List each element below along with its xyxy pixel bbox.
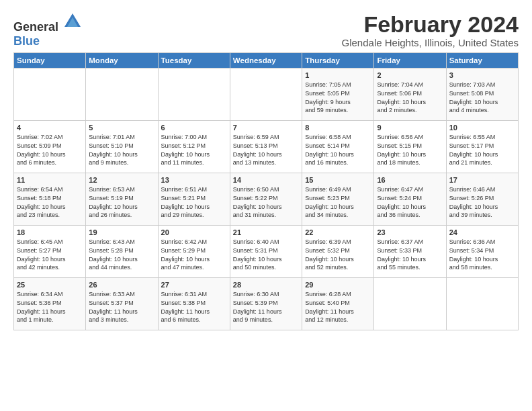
day-number: 14 — [233, 176, 299, 184]
day-number: 15 — [305, 176, 371, 184]
day-info: Sunrise: 6:40 AM Sunset: 5:31 PM Dayligh… — [233, 238, 299, 271]
day-info: Sunrise: 6:28 AM Sunset: 5:40 PM Dayligh… — [305, 290, 371, 324]
day-cell: 3Sunrise: 7:03 AM Sunset: 5:08 PM Daylig… — [446, 68, 518, 121]
day-number: 24 — [449, 228, 515, 236]
day-number: 27 — [161, 281, 227, 289]
day-cell: 17Sunrise: 6:46 AM Sunset: 5:26 PM Dayli… — [446, 173, 518, 226]
day-cell: 7Sunrise: 6:59 AM Sunset: 5:13 PM Daylig… — [230, 121, 302, 173]
day-number: 3 — [449, 71, 515, 79]
day-number: 19 — [89, 228, 154, 236]
day-info: Sunrise: 7:03 AM Sunset: 5:08 PM Dayligh… — [449, 81, 515, 114]
week-row-4: 25Sunrise: 6:34 AM Sunset: 5:36 PM Dayli… — [14, 278, 519, 330]
day-cell — [158, 68, 230, 121]
day-number: 10 — [449, 124, 515, 132]
day-cell: 8Sunrise: 6:58 AM Sunset: 5:14 PM Daylig… — [302, 121, 374, 173]
day-cell: 1Sunrise: 7:05 AM Sunset: 5:05 PM Daylig… — [302, 68, 374, 121]
day-info: Sunrise: 6:43 AM Sunset: 5:28 PM Dayligh… — [89, 238, 154, 271]
day-cell: 23Sunrise: 6:37 AM Sunset: 5:33 PM Dayli… — [374, 226, 446, 278]
day-cell: 12Sunrise: 6:53 AM Sunset: 5:19 PM Dayli… — [86, 173, 158, 226]
day-cell: 20Sunrise: 6:42 AM Sunset: 5:29 PM Dayli… — [158, 226, 230, 278]
day-info: Sunrise: 6:55 AM Sunset: 5:17 PM Dayligh… — [449, 133, 515, 167]
day-number: 20 — [161, 228, 227, 236]
logo-icon — [63, 12, 82, 31]
day-info: Sunrise: 6:50 AM Sunset: 5:22 PM Dayligh… — [233, 185, 299, 219]
day-cell: 29Sunrise: 6:28 AM Sunset: 5:40 PM Dayli… — [302, 278, 374, 330]
day-cell: 14Sunrise: 6:50 AM Sunset: 5:22 PM Dayli… — [230, 173, 302, 226]
col-monday: Monday — [86, 53, 158, 68]
day-info: Sunrise: 6:51 AM Sunset: 5:21 PM Dayligh… — [161, 185, 227, 219]
day-number: 18 — [17, 228, 83, 236]
month-title: February 2024 — [342, 12, 519, 37]
day-info: Sunrise: 7:05 AM Sunset: 5:05 PM Dayligh… — [305, 81, 371, 114]
day-info: Sunrise: 6:34 AM Sunset: 5:36 PM Dayligh… — [17, 290, 83, 324]
day-info: Sunrise: 6:53 AM Sunset: 5:19 PM Dayligh… — [89, 185, 154, 219]
col-wednesday: Wednesday — [230, 53, 302, 68]
day-info: Sunrise: 7:01 AM Sunset: 5:10 PM Dayligh… — [89, 133, 154, 167]
day-info: Sunrise: 6:54 AM Sunset: 5:18 PM Dayligh… — [17, 185, 83, 219]
day-number: 26 — [89, 281, 154, 289]
day-number: 9 — [377, 124, 443, 132]
calendar-table: Sunday Monday Tuesday Wednesday Thursday… — [13, 52, 519, 330]
day-info: Sunrise: 6:33 AM Sunset: 5:37 PM Dayligh… — [89, 290, 154, 324]
day-number: 12 — [89, 176, 154, 184]
day-info: Sunrise: 7:02 AM Sunset: 5:09 PM Dayligh… — [17, 133, 83, 167]
day-number: 11 — [17, 176, 83, 184]
day-cell: 11Sunrise: 6:54 AM Sunset: 5:18 PM Dayli… — [14, 173, 86, 226]
day-info: Sunrise: 6:39 AM Sunset: 5:32 PM Dayligh… — [305, 238, 371, 271]
day-number: 28 — [233, 281, 299, 289]
day-cell: 6Sunrise: 7:00 AM Sunset: 5:12 PM Daylig… — [158, 121, 230, 173]
day-info: Sunrise: 7:04 AM Sunset: 5:06 PM Dayligh… — [377, 81, 443, 114]
day-cell: 10Sunrise: 6:55 AM Sunset: 5:17 PM Dayli… — [446, 121, 518, 173]
day-info: Sunrise: 6:45 AM Sunset: 5:27 PM Dayligh… — [17, 238, 83, 271]
col-tuesday: Tuesday — [158, 53, 230, 68]
day-number: 29 — [305, 281, 371, 289]
day-number: 16 — [377, 176, 443, 184]
day-cell — [86, 68, 158, 121]
title-block: February 2024 Glendale Heights, Illinois… — [342, 12, 519, 48]
day-number: 21 — [233, 228, 299, 236]
day-number: 17 — [449, 176, 515, 184]
day-cell — [446, 278, 518, 330]
day-info: Sunrise: 6:47 AM Sunset: 5:24 PM Dayligh… — [377, 185, 443, 219]
day-number: 23 — [377, 228, 443, 236]
day-cell: 13Sunrise: 6:51 AM Sunset: 5:21 PM Dayli… — [158, 173, 230, 226]
day-cell: 16Sunrise: 6:47 AM Sunset: 5:24 PM Dayli… — [374, 173, 446, 226]
day-info: Sunrise: 6:36 AM Sunset: 5:34 PM Dayligh… — [449, 238, 515, 271]
day-cell: 22Sunrise: 6:39 AM Sunset: 5:32 PM Dayli… — [302, 226, 374, 278]
logo-general: General — [13, 20, 58, 34]
week-row-0: 1Sunrise: 7:05 AM Sunset: 5:05 PM Daylig… — [14, 68, 519, 121]
day-cell — [14, 68, 86, 121]
logo: General Blue — [13, 12, 82, 48]
day-number: 13 — [161, 176, 227, 184]
col-friday: Friday — [374, 53, 446, 68]
day-cell: 18Sunrise: 6:45 AM Sunset: 5:27 PM Dayli… — [14, 226, 86, 278]
day-cell: 5Sunrise: 7:01 AM Sunset: 5:10 PM Daylig… — [86, 121, 158, 173]
day-info: Sunrise: 6:42 AM Sunset: 5:29 PM Dayligh… — [161, 238, 227, 271]
day-info: Sunrise: 6:56 AM Sunset: 5:15 PM Dayligh… — [377, 133, 443, 167]
day-cell: 24Sunrise: 6:36 AM Sunset: 5:34 PM Dayli… — [446, 226, 518, 278]
day-number: 8 — [305, 124, 371, 132]
day-cell: 19Sunrise: 6:43 AM Sunset: 5:28 PM Dayli… — [86, 226, 158, 278]
col-saturday: Saturday — [446, 53, 518, 68]
day-info: Sunrise: 7:00 AM Sunset: 5:12 PM Dayligh… — [161, 133, 227, 167]
day-info: Sunrise: 6:59 AM Sunset: 5:13 PM Dayligh… — [233, 133, 299, 167]
col-sunday: Sunday — [14, 53, 86, 68]
col-thursday: Thursday — [302, 53, 374, 68]
day-number: 4 — [17, 124, 83, 132]
day-cell — [374, 278, 446, 330]
day-cell: 9Sunrise: 6:56 AM Sunset: 5:15 PM Daylig… — [374, 121, 446, 173]
week-row-2: 11Sunrise: 6:54 AM Sunset: 5:18 PM Dayli… — [14, 173, 519, 226]
week-row-3: 18Sunrise: 6:45 AM Sunset: 5:27 PM Dayli… — [14, 226, 519, 278]
day-cell: 2Sunrise: 7:04 AM Sunset: 5:06 PM Daylig… — [374, 68, 446, 121]
day-cell: 4Sunrise: 7:02 AM Sunset: 5:09 PM Daylig… — [14, 121, 86, 173]
day-cell: 28Sunrise: 6:30 AM Sunset: 5:39 PM Dayli… — [230, 278, 302, 330]
day-info: Sunrise: 6:49 AM Sunset: 5:23 PM Dayligh… — [305, 185, 371, 219]
day-cell: 26Sunrise: 6:33 AM Sunset: 5:37 PM Dayli… — [86, 278, 158, 330]
day-cell — [230, 68, 302, 121]
day-cell: 15Sunrise: 6:49 AM Sunset: 5:23 PM Dayli… — [302, 173, 374, 226]
header-row: Sunday Monday Tuesday Wednesday Thursday… — [14, 53, 519, 68]
day-number: 25 — [17, 281, 83, 289]
day-cell: 21Sunrise: 6:40 AM Sunset: 5:31 PM Dayli… — [230, 226, 302, 278]
day-number: 6 — [161, 124, 227, 132]
week-row-1: 4Sunrise: 7:02 AM Sunset: 5:09 PM Daylig… — [14, 121, 519, 173]
